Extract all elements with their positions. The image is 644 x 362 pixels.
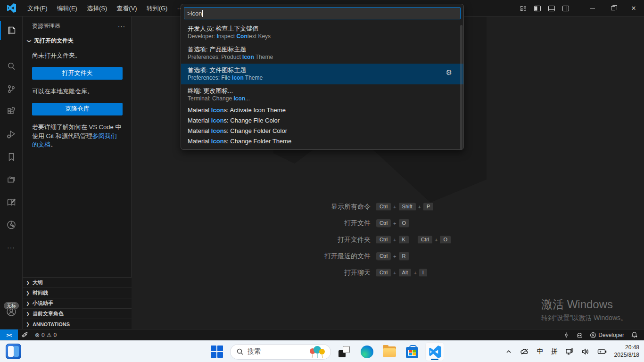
sidebar-item-search[interactable] xyxy=(0,57,22,76)
assistant-status-button[interactable] xyxy=(573,329,586,341)
toggle-panel-icon[interactable] xyxy=(548,5,555,12)
restore-button[interactable] xyxy=(603,0,623,16)
toggle-secondary-sidebar-icon[interactable] xyxy=(562,5,570,12)
key: Ctrl xyxy=(418,236,432,244)
section-no-folder[interactable]: ❯ 无打开的文件夹 xyxy=(23,35,131,47)
task-view-button[interactable] xyxy=(335,342,354,361)
widgets-button[interactable] xyxy=(6,344,21,359)
command-item[interactable]: 开发人员: 检查上下文键值Developer: Inspect Context … xyxy=(181,22,463,43)
commit-graph-icon xyxy=(6,220,17,230)
command-item-label: Material Icons: Change File Color xyxy=(188,116,449,124)
menu-item[interactable]: 编辑(E) xyxy=(52,3,82,14)
clone-repo-button[interactable]: 克隆仓库 xyxy=(32,103,123,115)
command-item[interactable]: 首选项: 文件图标主题Preferences: File Icon Theme⚙ xyxy=(181,64,463,84)
command-item-label: 首选项: 文件图标主题 xyxy=(188,66,449,74)
problems-status[interactable]: ⊗ 0 ⚠ 0 xyxy=(32,329,60,341)
sidebar-panel-annotations[interactable]: ❯ANNOTATIONS xyxy=(23,319,132,329)
command-item[interactable]: Material Icons: Change Folder Theme xyxy=(181,136,463,147)
microsoft-store-button[interactable] xyxy=(403,342,421,361)
sidebar-item-project-manager[interactable] xyxy=(0,170,22,189)
command-input[interactable]: >icon xyxy=(184,7,461,19)
file-explorer-button[interactable] xyxy=(380,342,399,361)
tray-chevron-up-icon[interactable] xyxy=(505,348,512,355)
taskbar-search[interactable]: 搜索 xyxy=(230,344,331,360)
restore-icon xyxy=(611,6,615,10)
sidebar-panel-时间线[interactable]: ❯时间线 xyxy=(23,288,132,298)
sidebar-panel-大纲[interactable]: ❯大纲 xyxy=(23,277,132,288)
palette-scrollbar[interactable] xyxy=(460,25,462,149)
command-item[interactable]: Material Icons: Activate Icon Theme xyxy=(181,105,463,115)
tray-date: 2025/8/18 xyxy=(614,352,639,359)
text-segment: Developer: xyxy=(188,33,216,40)
minimize-button[interactable] xyxy=(582,0,603,16)
start-button[interactable] xyxy=(207,342,226,361)
match-highlight: Icon xyxy=(211,127,224,134)
notifications-button[interactable] xyxy=(627,329,641,341)
port-status-button[interactable] xyxy=(560,329,573,341)
more-views-button[interactable]: ··· xyxy=(0,238,22,257)
menu-item[interactable]: 查看(V) xyxy=(112,3,141,14)
sidebar-panel-小说助手[interactable]: ❯小说助手 xyxy=(23,298,132,308)
command-item[interactable]: Material Icons: Change Opacity xyxy=(181,147,463,150)
plus-separator: + xyxy=(413,270,416,276)
vscode-logo-icon xyxy=(7,3,16,13)
shortcut-label: 打开聊天 xyxy=(226,269,376,277)
customize-layout-icon[interactable] xyxy=(520,5,527,12)
menu-item[interactable]: 转到(G) xyxy=(142,3,173,14)
sidebar-item-bookmarks[interactable] xyxy=(0,148,22,166)
shortcut-row: 打开最近的文件Ctrl+R xyxy=(226,251,519,262)
onedrive-paused-icon[interactable] xyxy=(520,348,529,355)
vscode-taskbar-button[interactable] xyxy=(425,342,444,361)
sidebar-item-extensions[interactable] xyxy=(0,102,22,121)
folders-icon xyxy=(6,174,17,185)
open-folder-button[interactable]: 打开文件夹 xyxy=(32,67,123,80)
more-views-icon: ··· xyxy=(7,244,15,251)
views-actions-icon[interactable]: ··· xyxy=(118,23,125,30)
menu-item[interactable]: 选择(S) xyxy=(82,3,112,14)
shortcut-row: 打开聊天Ctrl+Alt+I xyxy=(226,268,519,278)
rocket-status-button[interactable] xyxy=(18,329,32,341)
remote-indicator[interactable]: >< xyxy=(0,329,18,341)
errors-icon: ⊗ xyxy=(35,332,40,338)
chevron-right-icon: ❯ xyxy=(25,301,31,306)
command-item-label: 终端: 更改图标... xyxy=(188,87,449,95)
sidebar-item-explorer[interactable] xyxy=(0,21,22,40)
text-segment: Material xyxy=(188,148,211,150)
account-status[interactable]: Developer xyxy=(586,329,627,341)
text-segment: Preferences: File xyxy=(188,74,232,81)
command-item-label: Material Icons: Change Folder Color xyxy=(188,127,449,135)
ime-mode-indicator[interactable]: 拼 xyxy=(551,347,558,356)
key: R xyxy=(399,252,409,261)
command-item-label: Material Icons: Change Folder Theme xyxy=(188,137,449,145)
sidebar-item-source-control[interactable] xyxy=(0,80,22,99)
chevron-right-icon: ❯ xyxy=(25,291,31,296)
match-highlight: Icon xyxy=(233,95,245,102)
windows-taskbar: 搜索 中 拼 20:48 2025/8/18 xyxy=(0,340,644,362)
menu-item[interactable]: 文件(F) xyxy=(23,3,52,14)
command-item[interactable]: 首选项: 产品图标主题Preferences: Product Icon The… xyxy=(181,43,463,64)
sidebar-panel-当前文章角色[interactable]: ❯当前文章角色 xyxy=(23,308,132,319)
network-icon[interactable] xyxy=(565,348,574,355)
key-chord: Ctrl+O xyxy=(376,219,409,228)
command-item[interactable]: Material Icons: Change File Color xyxy=(181,115,463,126)
sidebar-item-timeline[interactable] xyxy=(0,215,22,234)
tray-clock[interactable]: 20:48 2025/8/18 xyxy=(614,344,639,359)
command-item[interactable]: 终端: 更改图标...Terminal: Change Icon... xyxy=(181,84,463,105)
text-segment: Material xyxy=(188,107,211,114)
volume-icon[interactable] xyxy=(581,348,590,355)
shortcut-row: 打开文件夹Ctrl+KCtrl+O xyxy=(226,235,519,245)
close-button[interactable]: ✕ xyxy=(623,0,644,16)
robot-icon xyxy=(576,332,583,338)
sidebar-item-novel-helper[interactable] xyxy=(0,193,22,212)
sidebar-item-run-debug[interactable] xyxy=(0,125,22,144)
battery-charging-icon[interactable] xyxy=(597,348,607,355)
toggle-primary-sidebar-icon[interactable] xyxy=(534,5,541,12)
match-highlight: Icon xyxy=(232,74,244,81)
task-view-icon xyxy=(339,346,350,357)
command-item[interactable]: Material Icons: Change Folder Color xyxy=(181,126,463,136)
edge-button[interactable] xyxy=(357,342,376,361)
ime-language-indicator[interactable]: 中 xyxy=(537,347,544,356)
key: Ctrl xyxy=(376,252,391,261)
configure-gear-icon[interactable]: ⚙ xyxy=(446,68,452,77)
key-chord: Ctrl+R xyxy=(376,252,409,261)
